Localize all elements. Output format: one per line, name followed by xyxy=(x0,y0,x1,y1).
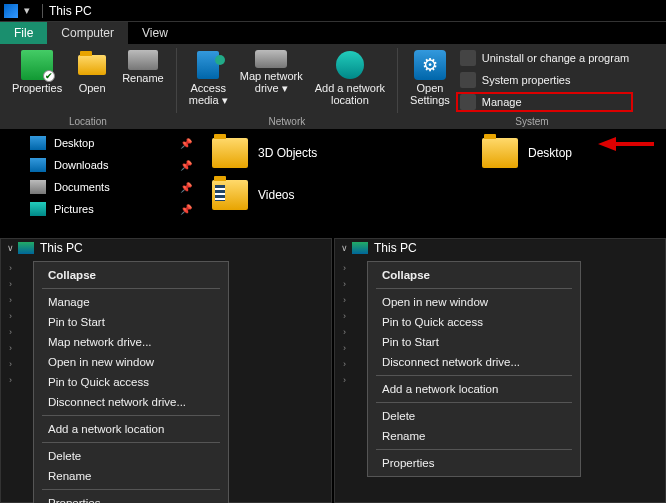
folder-videos[interactable]: Videos xyxy=(206,174,386,216)
nav-documents[interactable]: Documents 📌 xyxy=(0,176,206,198)
uninstall-button[interactable]: Uninstall or change a program xyxy=(456,48,633,68)
access-media-button[interactable]: Access media ▾ xyxy=(183,46,234,115)
manage-button[interactable]: Manage xyxy=(456,92,633,112)
menu-separator xyxy=(376,449,572,450)
tab-computer[interactable]: Computer xyxy=(47,22,128,44)
chevron-right-icon[interactable]: › xyxy=(343,263,346,273)
tree-this-pc[interactable]: ∨ This PC xyxy=(335,239,665,257)
menu-add-location[interactable]: Add a network location xyxy=(36,419,226,439)
chevron-right-icon[interactable]: › xyxy=(9,263,12,273)
menu-pin-quick[interactable]: Pin to Quick access xyxy=(36,372,226,392)
uninstall-label: Uninstall or change a program xyxy=(482,52,629,64)
menu-rename[interactable]: Rename xyxy=(36,466,226,486)
chevron-right-icon[interactable]: › xyxy=(9,375,12,385)
rename-button[interactable]: Rename xyxy=(116,46,170,115)
chevron-right-icon[interactable]: › xyxy=(9,327,12,337)
panel-left: ∨ This PC › › › › › › › › Collapse Manag… xyxy=(0,238,332,503)
pin-icon: 📌 xyxy=(180,204,192,215)
menu-disconnect[interactable]: Disconnect network drive... xyxy=(370,352,578,372)
add-network-location-label: Add a network location xyxy=(315,82,385,106)
map-network-drive-button[interactable]: Map network drive ▾ xyxy=(234,46,309,115)
folder-icon xyxy=(212,138,248,168)
group-label-system: System xyxy=(404,115,660,129)
group-label-network: Network xyxy=(183,115,391,129)
open-button[interactable]: Open xyxy=(68,46,116,115)
properties-label: Properties xyxy=(12,82,62,94)
manage-label: Manage xyxy=(482,96,522,108)
this-pc-icon xyxy=(352,242,368,254)
menu-properties[interactable]: Properties xyxy=(370,453,578,473)
menu-delete[interactable]: Delete xyxy=(36,446,226,466)
group-label-location: Location xyxy=(6,115,170,129)
system-icon[interactable] xyxy=(4,4,18,18)
qat-dropdown-icon[interactable]: ▾ xyxy=(24,4,30,17)
chevron-right-icon[interactable]: › xyxy=(343,359,346,369)
folder-label: Videos xyxy=(258,188,294,202)
chevron-right-icon[interactable]: › xyxy=(343,311,346,321)
pin-icon: 📌 xyxy=(180,182,192,193)
ribbon: ✔ Properties Open Rename Location Access… xyxy=(0,44,666,130)
open-settings-button[interactable]: ⚙ Open Settings xyxy=(404,46,456,115)
menu-rename[interactable]: Rename xyxy=(370,426,578,446)
chevron-right-icon[interactable]: › xyxy=(343,279,346,289)
this-pc-icon xyxy=(18,242,34,254)
nav-downloads-label: Downloads xyxy=(54,159,108,171)
folder-icon xyxy=(482,138,518,168)
map-network-drive-icon xyxy=(255,50,287,68)
menu-manage[interactable]: Manage xyxy=(36,292,226,312)
menu-collapse[interactable]: Collapse xyxy=(36,265,226,285)
this-pc-label: This PC xyxy=(374,241,417,255)
folder-icon xyxy=(212,180,248,210)
menu-separator xyxy=(376,402,572,403)
access-media-icon xyxy=(192,50,224,80)
access-media-label: Access media ▾ xyxy=(189,82,228,106)
content-pane: 3D Objects Desktop Videos xyxy=(206,130,666,238)
chevron-right-icon[interactable]: › xyxy=(9,311,12,321)
menu-open-new[interactable]: Open in new window xyxy=(370,292,578,312)
downloads-icon xyxy=(30,158,46,172)
tab-file[interactable]: File xyxy=(0,22,47,44)
map-network-drive-label: Map network drive ▾ xyxy=(240,70,303,94)
menu-separator xyxy=(376,288,572,289)
menu-pin-quick[interactable]: Pin to Quick access xyxy=(370,312,578,332)
chevron-right-icon[interactable]: › xyxy=(9,279,12,289)
menu-add-location[interactable]: Add a network location xyxy=(370,379,578,399)
menu-pin-start[interactable]: Pin to Start xyxy=(370,332,578,352)
chevron-right-icon[interactable]: › xyxy=(343,343,346,353)
chevron-right-icon[interactable]: › xyxy=(343,295,346,305)
nav-pictures[interactable]: Pictures 📌 xyxy=(0,198,206,220)
add-network-location-button[interactable]: Add a network location xyxy=(309,46,391,115)
uninstall-icon xyxy=(460,50,476,66)
nav-downloads[interactable]: Downloads 📌 xyxy=(0,154,206,176)
expand-icon[interactable]: ∨ xyxy=(7,243,14,253)
tree-this-pc[interactable]: ∨ This PC xyxy=(1,239,331,257)
system-properties-button[interactable]: System properties xyxy=(456,70,633,90)
explorer-body: Desktop 📌 Downloads 📌 Documents 📌 Pictur… xyxy=(0,130,666,238)
menu-separator xyxy=(42,288,220,289)
ribbon-group-system: ⚙ Open Settings Uninstall or change a pr… xyxy=(398,44,666,129)
menu-delete[interactable]: Delete xyxy=(370,406,578,426)
open-label: Open xyxy=(79,82,106,94)
nav-desktop[interactable]: Desktop 📌 xyxy=(0,132,206,154)
folder-3d-objects[interactable]: 3D Objects xyxy=(206,132,386,174)
menu-disconnect[interactable]: Disconnect network drive... xyxy=(36,392,226,412)
pictures-icon xyxy=(30,202,46,216)
menu-properties[interactable]: Properties xyxy=(36,493,226,503)
chevron-right-icon[interactable]: › xyxy=(9,359,12,369)
menu-open-new[interactable]: Open in new window xyxy=(36,352,226,372)
menu-collapse[interactable]: Collapse xyxy=(370,265,578,285)
nav-documents-label: Documents xyxy=(54,181,110,193)
properties-button[interactable]: ✔ Properties xyxy=(6,46,68,115)
chevron-right-icon[interactable]: › xyxy=(9,295,12,305)
folder-label: 3D Objects xyxy=(258,146,317,160)
menu-map-drive[interactable]: Map network drive... xyxy=(36,332,226,352)
folder-desktop[interactable]: Desktop xyxy=(476,132,656,174)
menu-pin-start[interactable]: Pin to Start xyxy=(36,312,226,332)
ribbon-group-network: Access media ▾ Map network drive ▾ Add a… xyxy=(177,44,397,129)
menu-separator xyxy=(42,415,220,416)
tab-view[interactable]: View xyxy=(128,22,182,44)
chevron-right-icon[interactable]: › xyxy=(343,375,346,385)
chevron-right-icon[interactable]: › xyxy=(9,343,12,353)
chevron-right-icon[interactable]: › xyxy=(343,327,346,337)
expand-icon[interactable]: ∨ xyxy=(341,243,348,253)
